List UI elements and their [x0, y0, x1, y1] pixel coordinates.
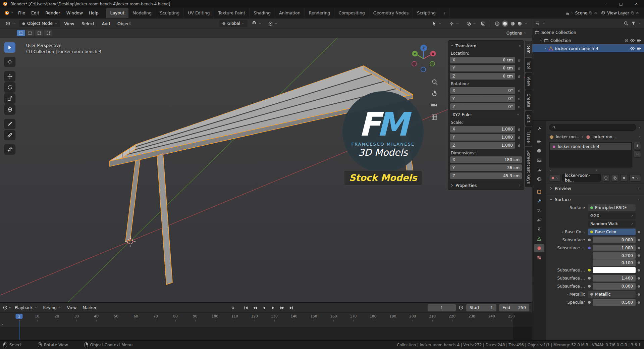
workspace-tab[interactable]: Texture Paint: [214, 8, 250, 18]
location-z-field[interactable]: Z0 cm: [450, 73, 515, 80]
select-mode-extend-button[interactable]: [26, 30, 34, 36]
remove-material-slot-button[interactable]: [634, 150, 641, 158]
tool-add-primitive[interactable]: [4, 144, 15, 155]
tab-texture[interactable]: [534, 253, 544, 262]
outliner-row-object[interactable]: locker-room-bench-4: [532, 44, 644, 52]
decorator-dot[interactable]: [638, 261, 640, 264]
rotation-mode-dropdown[interactable]: XYZ Euler: [450, 111, 522, 118]
sidebar-tab-create[interactable]: Create: [525, 90, 532, 111]
subsurface-radius-x-field[interactable]: 1.000: [593, 245, 636, 251]
rotation-z-field[interactable]: Z0°: [450, 103, 515, 110]
decorator-dot[interactable]: [638, 254, 640, 257]
lock-icon[interactable]: [517, 144, 521, 147]
tab-physics[interactable]: [534, 216, 544, 224]
workspace-tab[interactable]: Geometry Nodes: [369, 8, 413, 18]
decorator-dot[interactable]: [638, 269, 640, 271]
panel-grip-icon[interactable]: [637, 187, 641, 190]
add-workspace-button[interactable]: +: [440, 8, 450, 18]
workspace-tab[interactable]: Modeling: [128, 8, 156, 18]
tab-render[interactable]: [534, 137, 544, 146]
new-view-layer-icon[interactable]: [631, 11, 634, 15]
menu-add[interactable]: Add: [99, 20, 113, 27]
lock-icon[interactable]: [517, 97, 521, 101]
panel-grip-icon[interactable]: [637, 198, 641, 201]
sidebar-tab-edit[interactable]: Edit: [525, 111, 532, 126]
exclude-checkbox-icon[interactable]: [625, 39, 628, 42]
properties-panel-header[interactable]: Properties: [448, 181, 524, 189]
list-resize-grip-icon[interactable]: [595, 168, 598, 172]
tool-transform[interactable]: [4, 104, 15, 115]
breadcrumb-material[interactable]: locker-roo...: [592, 135, 616, 139]
disable-render-camera-icon[interactable]: [637, 38, 642, 43]
current-frame-field[interactable]: 1: [428, 304, 456, 311]
menu-marker[interactable]: Marker: [80, 304, 99, 311]
remove-view-layer-icon[interactable]: [636, 11, 639, 15]
hide-eye-icon[interactable]: [630, 46, 635, 51]
chevron-right-icon[interactable]: [561, 231, 564, 234]
gizmo-minus-y-axis[interactable]: [430, 61, 435, 66]
disclosure-chevron-icon[interactable]: [544, 47, 547, 50]
disable-render-camera-icon[interactable]: [637, 46, 642, 51]
solid-shading-button[interactable]: [502, 20, 508, 27]
properties-search-input[interactable]: [549, 124, 636, 131]
outliner-row-collection[interactable]: Collection: [532, 36, 644, 44]
transform-panel-header[interactable]: Transform: [450, 42, 522, 50]
preview-panel-header[interactable]: Preview: [546, 184, 644, 193]
menu-select[interactable]: Select: [78, 20, 98, 27]
workspace-tab[interactable]: Sculpting: [156, 8, 184, 18]
tab-constraints[interactable]: [534, 225, 544, 234]
menu-view[interactable]: View: [64, 304, 79, 311]
decorator-dot[interactable]: [638, 277, 640, 280]
tool-select-box[interactable]: [4, 42, 15, 53]
jump-to-start-button[interactable]: [242, 304, 250, 312]
unlink-scene-icon[interactable]: [594, 11, 597, 15]
menu-edit[interactable]: Edit: [28, 9, 42, 17]
tab-scene[interactable]: [534, 165, 544, 174]
playhead-line[interactable]: [19, 321, 19, 340]
tab-object[interactable]: [534, 188, 544, 196]
lock-icon[interactable]: [517, 74, 521, 78]
dimensions-z-field[interactable]: Z45.3 cm: [450, 172, 522, 179]
lock-icon[interactable]: [517, 89, 521, 93]
subsurface-slider[interactable]: 0.000: [593, 237, 636, 243]
gizmo-minus-z-axis[interactable]: [421, 67, 426, 72]
add-material-slot-button[interactable]: [634, 142, 641, 149]
new-scene-icon[interactable]: [589, 11, 592, 15]
menu-keying[interactable]: Keying: [41, 304, 64, 311]
lock-icon[interactable]: [517, 136, 521, 139]
disclosure-chevron-icon[interactable]: [539, 39, 542, 42]
scale-y-field[interactable]: Y1.000: [450, 134, 515, 141]
play-reverse-button[interactable]: [260, 304, 268, 312]
close-button[interactable]: ✕: [629, 0, 644, 8]
hide-eye-icon[interactable]: [630, 38, 635, 43]
menu-object[interactable]: Object: [114, 20, 134, 27]
workspace-tab[interactable]: Rendering: [305, 8, 335, 18]
previous-keyframe-button[interactable]: [251, 304, 259, 312]
tab-material[interactable]: [534, 244, 544, 252]
play-button[interactable]: [269, 304, 277, 312]
specular-slider[interactable]: 0.500: [593, 299, 636, 306]
base-color-button[interactable]: Base Color: [588, 229, 636, 235]
gizmo-minus-x-axis[interactable]: [412, 61, 417, 66]
workspace-tab[interactable]: UV Editing: [184, 8, 214, 18]
browse-material-button[interactable]: [549, 174, 561, 182]
editor-type-button[interactable]: [3, 20, 18, 27]
lock-icon[interactable]: [517, 105, 521, 109]
editor-timeline-icon[interactable]: [3, 305, 8, 310]
next-keyframe-button[interactable]: [278, 304, 286, 312]
gizmos-dropdown[interactable]: [446, 20, 462, 27]
decorator-dot[interactable]: [638, 239, 640, 241]
select-mode-set-button[interactable]: [17, 30, 25, 36]
editor-outliner-icon[interactable]: [535, 21, 540, 26]
decorator-dot[interactable]: [638, 285, 640, 288]
app-menu-button[interactable]: [3, 10, 15, 15]
menu-playback[interactable]: Playback: [12, 304, 40, 311]
workspace-tab[interactable]: Scripting: [413, 8, 440, 18]
scale-x-field[interactable]: X1.000: [450, 126, 515, 133]
slot-specials-chevron-icon[interactable]: [549, 169, 552, 172]
tool-rotate[interactable]: [4, 82, 15, 93]
material-name-field[interactable]: locker-room-be...: [562, 174, 601, 182]
select-mode-subtract-button[interactable]: [35, 30, 43, 36]
pin-icon[interactable]: [637, 135, 641, 139]
mode-selector[interactable]: Object Mode: [19, 20, 60, 27]
